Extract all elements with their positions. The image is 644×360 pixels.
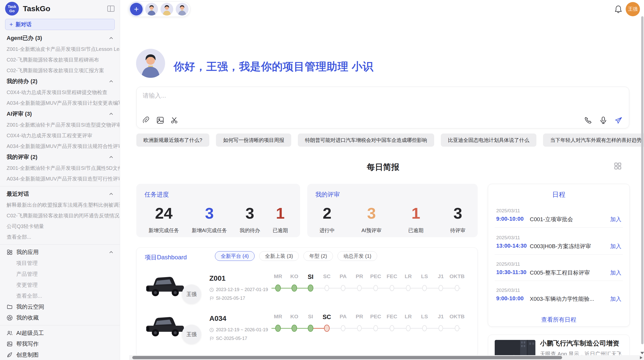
sidebar-item-star[interactable]: 我的收藏 bbox=[0, 312, 120, 323]
milestone-dot[interactable] bbox=[308, 325, 313, 332]
stat-value: 24 bbox=[155, 202, 173, 225]
sidebar-task-item[interactable]: Z001-全新燃油皮卡产品开发项目SI节点Lesson Learn报告 bbox=[0, 44, 120, 54]
milestone-dot[interactable] bbox=[406, 325, 411, 331]
chat-input[interactable] bbox=[143, 92, 575, 109]
milestone-dot[interactable] bbox=[324, 325, 330, 332]
recent-chat-item[interactable]: 公司Q3轻卡销量 bbox=[0, 221, 120, 232]
dashboard-filter-tab[interactable]: 全新平台 (4) bbox=[215, 251, 255, 261]
sidebar-tool-item[interactable]: 帮我写作 bbox=[0, 338, 120, 349]
sidebar-task-item[interactable]: Z001-全新燃油轻卡产品开发项目SI节点属性5D文件评审 bbox=[0, 163, 120, 173]
microphone-icon[interactable] bbox=[599, 116, 607, 124]
sidebar-item-label: 创意制图 bbox=[16, 351, 39, 359]
app-sub-item[interactable]: 变更管理 bbox=[0, 279, 120, 290]
sidebar-section-header[interactable]: 我的待办 (2) bbox=[0, 76, 120, 87]
send-icon[interactable] bbox=[615, 116, 622, 124]
milestone-dot[interactable] bbox=[308, 284, 313, 292]
recent-chat-item[interactable]: 查看全部... bbox=[0, 232, 120, 242]
view-all-schedule-link[interactable]: 查看所有日程 bbox=[488, 316, 630, 324]
news-title: 小鹏飞行汽车制造公司增资 bbox=[540, 339, 619, 348]
app-sub-item[interactable]: 产品管理 bbox=[0, 268, 120, 279]
app-sub-item[interactable]: 查看全部... bbox=[0, 290, 120, 301]
join-meeting-link[interactable]: 加入 bbox=[610, 295, 621, 303]
scroll-down-arrow-icon[interactable] bbox=[640, 352, 644, 354]
schedule-card: 日程 2025/03/119:00-10:00C001-立项审批会加入2025/… bbox=[488, 184, 630, 327]
scroll-right-arrow-icon[interactable] bbox=[640, 356, 642, 359]
sidebar-task-item[interactable]: C0X4-动力总成开发项目SI里程碑提交物检查 bbox=[0, 87, 120, 98]
milestone-label: FEC bbox=[387, 273, 397, 279]
sidebar-section-header[interactable]: 我的评审 (2) bbox=[0, 152, 120, 163]
milestone-dot[interactable] bbox=[390, 285, 394, 291]
recent-chat-item[interactable]: C02-飞腾新能源轻客改款项目的闭环通告反馈情况 bbox=[0, 210, 120, 221]
dashboard-filter-tab[interactable]: 全新上装 (3) bbox=[259, 251, 299, 261]
sidebar-section-header[interactable]: Agent已办 (3) bbox=[0, 33, 120, 44]
milestone-dot[interactable] bbox=[325, 285, 329, 291]
agent-avatar-2[interactable] bbox=[160, 3, 173, 16]
milestone-dot[interactable] bbox=[275, 325, 281, 332]
phone-icon[interactable] bbox=[584, 116, 592, 124]
image-icon[interactable] bbox=[156, 116, 164, 124]
suggestion-chip[interactable]: 如何写一份清晰的项目周报 bbox=[216, 133, 291, 147]
recent-chat-item[interactable]: 解释最新出台的欧盟报废车法规再生塑料比例被调至15%... bbox=[0, 200, 120, 210]
sidebar-divider bbox=[0, 186, 120, 186]
sidebar-item-my-apps[interactable]: 我的应用 bbox=[0, 247, 120, 258]
milestone-dot[interactable] bbox=[275, 284, 281, 292]
milestone-dot[interactable] bbox=[438, 285, 443, 291]
vertical-scrollbar-thumb[interactable] bbox=[641, 16, 643, 344]
milestone-dot[interactable] bbox=[455, 325, 459, 331]
milestone-dot[interactable] bbox=[357, 325, 362, 331]
agent-avatar-1[interactable] bbox=[145, 3, 158, 16]
sidebar-task-item[interactable]: A034-全新新能源MUV产品开发项目法规符合性评审 bbox=[0, 141, 120, 152]
sidebar-task-item[interactable]: A034-全新新能源MUV产品开发项目计划变更表编写 bbox=[0, 98, 120, 108]
horizontal-scrollbar-thumb[interactable] bbox=[132, 356, 562, 359]
notification-bell-icon[interactable] bbox=[614, 5, 622, 13]
sidebar-task-item[interactable]: Z001-全新燃油轻卡产品开发项目SI造型提交物评审 bbox=[0, 119, 120, 130]
suggestion-chip[interactable]: 特朗普可能对进口汽车增税会对中国车企造成哪些影响 bbox=[298, 133, 434, 147]
attachment-icon[interactable] bbox=[142, 116, 150, 124]
agent-avatar-3[interactable] bbox=[176, 3, 188, 16]
milestone-label: OKTB bbox=[449, 313, 465, 320]
new-chat-button[interactable]: + 新对话 bbox=[5, 19, 115, 30]
scissors-icon[interactable] bbox=[171, 116, 178, 124]
collapse-sidebar-icon[interactable] bbox=[107, 5, 115, 12]
milestone-dot[interactable] bbox=[438, 325, 443, 331]
milestone-dot[interactable] bbox=[422, 285, 427, 291]
user-avatar[interactable]: 王强 bbox=[626, 2, 640, 16]
sidebar-task-item[interactable]: C0X4-动力总成开发项目工程变更评审 bbox=[0, 130, 120, 141]
milestone-dot[interactable] bbox=[341, 285, 345, 291]
sidebar-tool-item[interactable]: 创意制图 bbox=[0, 349, 120, 360]
stat-item: 24新增完成任务 bbox=[149, 202, 179, 237]
join-meeting-link[interactable]: 加入 bbox=[610, 216, 621, 223]
milestone-dot[interactable] bbox=[422, 325, 427, 331]
schedule-event-name: C003|H0B-方案冻结评审 bbox=[530, 243, 591, 250]
sidebar-task-item[interactable]: C02-飞腾新能源轻客改款项目立项汇报方案 bbox=[0, 65, 120, 76]
recent-chats-header[interactable]: 最近对话 bbox=[0, 188, 120, 200]
sidebar-task-item[interactable]: A034-全新新能源MUV产品开发项目造型可行性评审 bbox=[0, 173, 120, 184]
suggestion-chip[interactable]: 比亚迪全固态电池计划具体说了什么 bbox=[441, 133, 536, 147]
milestone-dot[interactable] bbox=[373, 285, 378, 291]
app-sub-item[interactable]: 项目管理 bbox=[0, 258, 120, 268]
milestone-dot[interactable] bbox=[406, 285, 411, 291]
milestone-dot[interactable] bbox=[341, 325, 345, 331]
horizontal-scrollbar[interactable] bbox=[129, 355, 644, 360]
suggestion-chip[interactable]: 欧洲新规最近颁布了什么? bbox=[136, 133, 209, 147]
dashboard-filter-tab[interactable]: 动总开发 (1) bbox=[338, 251, 377, 261]
join-meeting-link[interactable]: 加入 bbox=[610, 243, 621, 250]
milestone-dot[interactable] bbox=[390, 325, 394, 331]
sidebar-task-item[interactable]: C02-飞腾新能源轻客改款项目里程碑画布 bbox=[0, 54, 120, 65]
stat-item: 1已逾期 bbox=[408, 202, 423, 237]
milestone-dot[interactable] bbox=[373, 325, 378, 331]
suggestion-chip[interactable]: 当下年轻人对汽车外观有怎样的喜好趋势 bbox=[543, 133, 644, 147]
briefing-layout-icon[interactable] bbox=[614, 162, 622, 170]
milestone-dot[interactable] bbox=[455, 285, 459, 291]
sidebar-tool-item[interactable]: AI超级员工 bbox=[0, 327, 120, 338]
add-agent-button[interactable]: + bbox=[130, 3, 143, 16]
milestone-dot[interactable] bbox=[291, 284, 297, 292]
logo-line2: Go bbox=[9, 9, 15, 13]
sidebar-section-header[interactable]: AI评审 (3) bbox=[0, 108, 120, 119]
milestone-dot[interactable] bbox=[291, 325, 297, 332]
sidebar-item-folder[interactable]: 我的云空间 bbox=[0, 301, 120, 312]
vertical-scrollbar[interactable] bbox=[641, 16, 643, 353]
dashboard-filter-tab[interactable]: 年型 (2) bbox=[303, 251, 333, 261]
milestone-dot[interactable] bbox=[357, 285, 362, 291]
join-meeting-link[interactable]: 加入 bbox=[610, 269, 621, 277]
